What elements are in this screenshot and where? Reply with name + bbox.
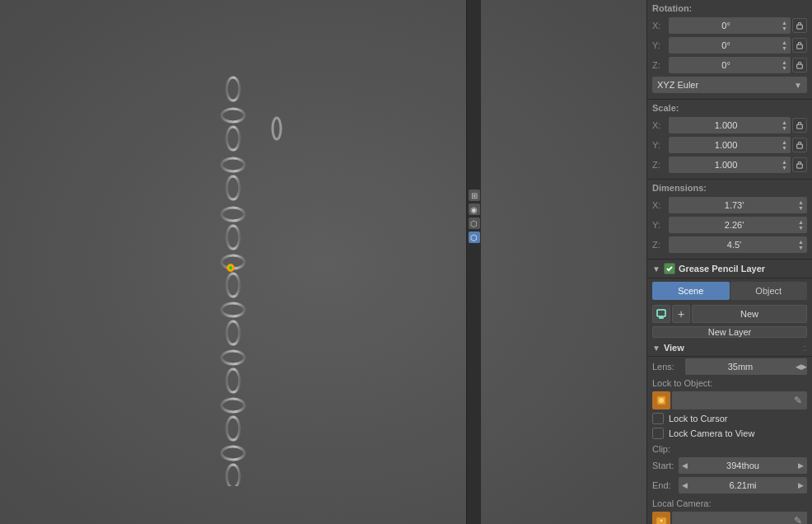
- lens-input[interactable]: 35mm ◀▶: [685, 358, 807, 375]
- grease-pencil-checkbox[interactable]: [664, 263, 675, 274]
- chain-illustration: [210, 74, 259, 486]
- dim-z-row: Z: 4.5' ▲▼: [652, 236, 807, 254]
- lens-row: Lens: 35mm ◀▶: [652, 358, 807, 375]
- right-icon-strip: ⊞ ◉ ⬡ ⬡: [466, 0, 481, 524]
- object-picker-row: ✎: [652, 391, 807, 409]
- origin-dot-inner: [229, 266, 232, 269]
- rotation-x-row: X: 0° ▲▼: [652, 16, 807, 35]
- svg-point-1: [222, 109, 245, 122]
- rotation-mode-dropdown[interactable]: XYZ Euler ▼: [652, 77, 807, 93]
- view-drag-handle: ::: [802, 344, 807, 353]
- svg-point-11: [222, 351, 245, 364]
- rotation-label: Rotation:: [652, 3, 807, 13]
- svg-point-8: [226, 274, 240, 297]
- rotation-z-lock[interactable]: [792, 58, 807, 73]
- clip-end-input[interactable]: ◀ 6.21mi ▶: [679, 477, 807, 494]
- scene-tab[interactable]: Scene: [652, 282, 730, 300]
- properties-icon-4[interactable]: ⬡: [469, 232, 480, 243]
- scale-z-input[interactable]: 1.000 ▲▼: [669, 157, 791, 173]
- dim-z-input[interactable]: 4.5' ▲▼: [669, 236, 807, 253]
- rotation-z-label: Z:: [652, 60, 669, 70]
- svg-point-3: [222, 158, 245, 171]
- svg-point-15: [222, 447, 245, 460]
- lock-to-object-row: Lock to Object:: [652, 378, 807, 388]
- svg-point-16: [226, 465, 240, 486]
- lock-to-cursor-row[interactable]: Lock to Cursor: [652, 413, 807, 424]
- rotation-z-input[interactable]: 0° ▲▼: [669, 57, 791, 73]
- pencil-draw-icon-btn[interactable]: [652, 305, 670, 323]
- rotation-y-label: Y:: [652, 40, 669, 50]
- properties-icon-3[interactable]: ⬡: [469, 218, 480, 229]
- new-layer-button[interactable]: New Layer: [652, 326, 807, 338]
- dim-y-input[interactable]: 2.26' ▲▼: [669, 217, 807, 233]
- lock-to-cursor-checkbox[interactable]: [652, 413, 664, 424]
- dim-y-row: Y: 2.26' ▲▼: [652, 216, 807, 234]
- svg-rect-21: [797, 124, 803, 129]
- dimensions-section: Dimensions: X: 1.73' ▲▼ Y: 2.26' ▲▼ Z: 4…: [647, 180, 812, 260]
- svg-rect-23: [797, 164, 803, 168]
- lock-camera-to-view-checkbox[interactable]: [652, 428, 664, 439]
- svg-rect-18: [797, 25, 803, 29]
- lock-camera-to-view-row[interactable]: Lock Camera to View: [652, 428, 807, 439]
- dimensions-label: Dimensions:: [652, 183, 807, 193]
- scale-z-label: Z:: [652, 160, 669, 170]
- clip-end-row: End: ◀ 6.21mi ▶: [652, 477, 807, 494]
- local-camera-label: Local Camera:: [652, 498, 807, 508]
- add-new-icon-btn[interactable]: +: [672, 305, 690, 323]
- view-section-header[interactable]: ▼ View ::: [647, 339, 812, 357]
- grease-pencil-collapse-triangle: ▼: [652, 264, 660, 274]
- grease-pencil-section-header[interactable]: ▼ Grease Pencil Layer: [647, 260, 812, 278]
- svg-rect-20: [797, 64, 803, 68]
- viewport[interactable]: ⊞ ◉ ⬡ ⬡: [0, 0, 646, 524]
- rotation-x-lock[interactable]: [792, 18, 807, 33]
- scale-y-lock[interactable]: [792, 138, 807, 152]
- scale-x-input[interactable]: 1.000 ▲▼: [669, 117, 791, 133]
- dim-x-input[interactable]: 1.73' ▲▼: [669, 197, 807, 213]
- scale-z-lock[interactable]: [792, 157, 807, 172]
- svg-rect-19: [797, 44, 803, 49]
- scale-x-label: X:: [652, 120, 669, 130]
- scale-z-row: Z: 1.000 ▲▼: [652, 156, 807, 174]
- camera-picker-field[interactable]: ✎: [672, 512, 807, 524]
- svg-point-30: [660, 519, 664, 523]
- new-row: + New: [652, 305, 807, 323]
- svg-point-5: [222, 208, 245, 221]
- properties-icon-1[interactable]: ⊞: [469, 189, 480, 201]
- dim-y-label: Y:: [652, 220, 669, 230]
- svg-point-6: [226, 226, 240, 249]
- rotation-y-input[interactable]: 0° ▲▼: [669, 37, 791, 54]
- rotation-mode-row: XYZ Euler ▼: [652, 76, 807, 94]
- clip-label: Clip:: [652, 444, 807, 454]
- scale-x-lock[interactable]: [792, 118, 807, 133]
- viewport-background: [0, 0, 646, 524]
- object-icon[interactable]: [652, 391, 670, 409]
- svg-point-0: [226, 77, 240, 101]
- object-tab[interactable]: Object: [730, 282, 808, 300]
- new-button[interactable]: New: [692, 305, 807, 323]
- lock-to-object-label: Lock to Object:: [652, 378, 712, 388]
- scale-y-label: Y:: [652, 140, 669, 150]
- camera-eyedropper-icon: ✎: [794, 515, 802, 524]
- scale-section: Scale: X: 1.000 ▲▼ Y: 1.000 ▲▼: [647, 100, 812, 180]
- object-picker-field[interactable]: ✎: [672, 391, 807, 409]
- view-collapse-triangle: ▼: [652, 344, 660, 353]
- camera-icon[interactable]: [652, 512, 670, 524]
- scale-y-input[interactable]: 1.000 ▲▼: [669, 137, 791, 153]
- clip-start-row: Start: ◀ 394thou ▶: [652, 457, 807, 474]
- svg-rect-24: [657, 310, 665, 316]
- properties-icon-2[interactable]: ◉: [469, 204, 480, 215]
- view-title: View: [664, 343, 684, 353]
- scale-x-row: X: 1.000 ▲▼: [652, 116, 807, 134]
- svg-point-12: [226, 369, 240, 392]
- rotation-x-label: X:: [652, 21, 669, 30]
- svg-point-10: [226, 321, 240, 344]
- svg-point-4: [226, 176, 240, 199]
- rotation-y-row: Y: 0° ▲▼: [652, 36, 807, 54]
- right-panel: Rotation: X: 0° ▲▼ Y: 0° ▲▼: [646, 0, 812, 524]
- rotation-y-lock[interactable]: [792, 38, 807, 53]
- camera-picker-row: ✎: [652, 512, 807, 524]
- rotation-x-input[interactable]: 0° ▲▼: [669, 17, 791, 34]
- dim-x-label: X:: [652, 200, 669, 210]
- clip-start-input[interactable]: ◀ 394thou ▶: [679, 457, 807, 474]
- rotation-z-row: Z: 0° ▲▼: [652, 56, 807, 74]
